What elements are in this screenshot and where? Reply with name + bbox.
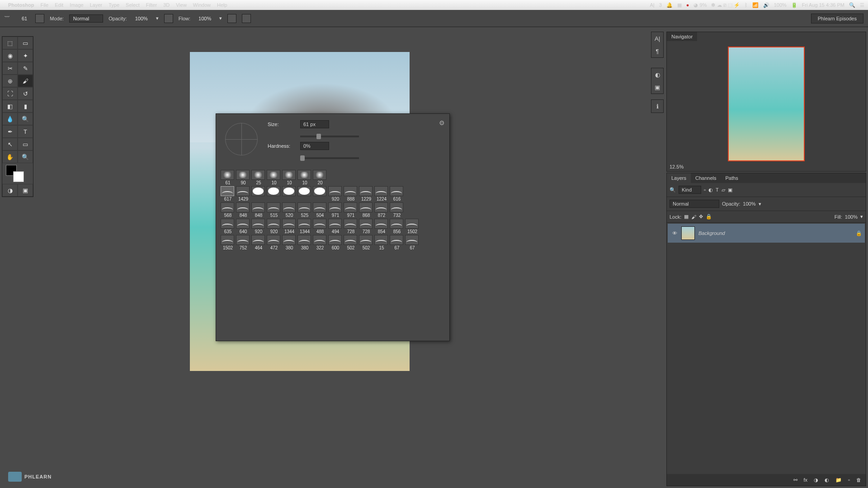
group-icon[interactable]: 📁 bbox=[835, 477, 842, 483]
brush-preset[interactable]: 472 bbox=[267, 235, 281, 250]
pressure-size-icon[interactable] bbox=[242, 14, 251, 23]
brush-preset[interactable]: 971 bbox=[328, 202, 343, 218]
size-input[interactable]: 61 px bbox=[300, 120, 329, 128]
opacity-step-icon[interactable]: ▾ bbox=[759, 201, 761, 207]
layer-opacity-value[interactable]: 100% bbox=[743, 201, 755, 206]
brush-preset[interactable]: 525 bbox=[297, 202, 312, 218]
lock-pos-icon[interactable]: ✥ bbox=[699, 214, 703, 220]
tab-paths[interactable]: Paths bbox=[721, 173, 743, 183]
menu-edit[interactable]: Edit bbox=[55, 2, 63, 8]
fill-step-icon[interactable]: ▾ bbox=[860, 214, 863, 220]
brush-preset[interactable]: 616 bbox=[390, 186, 404, 202]
brush-preset[interactable]: 1429 bbox=[236, 186, 250, 202]
fill-value[interactable]: 100% bbox=[845, 214, 858, 220]
para-panel-icon[interactable]: ¶ bbox=[651, 45, 663, 57]
brush-preset[interactable] bbox=[267, 186, 281, 202]
mask-icon[interactable]: ◑ bbox=[814, 477, 818, 483]
brush-preset[interactable]: 868 bbox=[359, 202, 373, 218]
brush-preset[interactable]: 67 bbox=[390, 235, 404, 250]
brush-preset[interactable]: 920 bbox=[328, 186, 343, 202]
brush-preset[interactable] bbox=[297, 186, 312, 202]
history-tool[interactable]: ↺ bbox=[18, 87, 33, 100]
workspace-select[interactable]: Phlearn Episodes bbox=[811, 14, 863, 23]
move-tool[interactable]: ⬚ bbox=[2, 37, 18, 49]
filter-shape-icon[interactable]: ▱ bbox=[722, 187, 725, 193]
brush-preset[interactable]: 20 bbox=[313, 170, 327, 185]
path-tool[interactable]: ↖ bbox=[2, 138, 18, 150]
brush-preset[interactable]: 464 bbox=[251, 235, 266, 250]
tab-channels[interactable]: Channels bbox=[691, 173, 721, 183]
brush-preset[interactable]: 854 bbox=[374, 219, 389, 234]
brush-preset[interactable] bbox=[313, 186, 327, 202]
new-layer-icon[interactable]: ▫ bbox=[848, 477, 850, 483]
gradient-tool[interactable]: ▮ bbox=[18, 100, 33, 113]
brush-preset[interactable]: 1502 bbox=[221, 235, 235, 250]
brush-preset[interactable]: 10 bbox=[297, 170, 312, 185]
menu-select[interactable]: Select bbox=[126, 2, 140, 8]
brush-preset[interactable]: 488 bbox=[313, 219, 327, 234]
opacity-value[interactable]: 100% bbox=[132, 15, 151, 22]
menu-help[interactable]: Help bbox=[217, 2, 227, 8]
link-icon[interactable]: ⚯ bbox=[793, 477, 797, 483]
visibility-icon[interactable]: 👁 bbox=[670, 230, 679, 236]
brush-preset[interactable]: 1224 bbox=[374, 186, 389, 202]
clock[interactable]: Fri Aug 15 4:36 PM bbox=[802, 2, 844, 8]
zoom-tool[interactable]: 🔍 bbox=[18, 150, 33, 163]
brush-preset[interactable]: 1344 bbox=[282, 219, 297, 234]
status-icons[interactable]: ✽ ☁ ⎚ ⬚ ⚡ bbox=[711, 2, 740, 8]
brush-preset[interactable]: 728 bbox=[344, 219, 358, 234]
layer-name[interactable]: Background bbox=[698, 230, 725, 236]
filter-smart-icon[interactable]: ▣ bbox=[728, 187, 732, 193]
brush-preset[interactable]: 10 bbox=[282, 170, 297, 185]
screenmode-tool[interactable]: ▣ bbox=[18, 184, 33, 197]
shape-tool[interactable]: ▭ bbox=[18, 138, 33, 150]
brush-preset[interactable]: 61 bbox=[221, 170, 235, 185]
brush-preset[interactable]: 1344 bbox=[297, 219, 312, 234]
app-name[interactable]: Photoshop bbox=[8, 2, 34, 8]
brush-preset[interactable]: 380 bbox=[282, 235, 297, 250]
menu-image[interactable]: Image bbox=[70, 2, 84, 8]
layer-thumbnail[interactable] bbox=[681, 226, 695, 240]
hardness-slider[interactable] bbox=[300, 157, 359, 159]
menu-window[interactable]: Window bbox=[193, 2, 211, 8]
flow-drop-icon[interactable]: ▾ bbox=[219, 15, 222, 21]
filter-pixel-icon[interactable]: ▫ bbox=[704, 187, 706, 192]
opacity-drop-icon[interactable]: ▾ bbox=[156, 15, 159, 21]
history-panel-icon[interactable]: ◐ bbox=[651, 68, 663, 81]
brush-angle-control[interactable] bbox=[225, 123, 258, 155]
lock-paint-icon[interactable]: 🖌 bbox=[691, 214, 696, 220]
airbrush-icon[interactable] bbox=[227, 14, 236, 23]
brush-preset[interactable]: 640 bbox=[236, 219, 250, 234]
brush-tool[interactable]: 🖌 bbox=[18, 75, 33, 87]
brush-preset[interactable]: 1229 bbox=[359, 186, 373, 202]
crop-tool[interactable]: ✂ bbox=[2, 62, 18, 75]
brush-preset[interactable]: 920 bbox=[267, 219, 281, 234]
navigator-thumbnail[interactable] bbox=[728, 47, 805, 161]
vol-icon[interactable]: 🔊 bbox=[763, 2, 769, 8]
menu-filter[interactable]: Filter bbox=[146, 2, 157, 8]
filter-icon[interactable]: 🔍 bbox=[670, 187, 676, 193]
brush-preset[interactable]: 635 bbox=[221, 219, 235, 234]
brush-preset[interactable]: 504 bbox=[313, 202, 327, 218]
flow-value[interactable]: 100% bbox=[196, 15, 214, 22]
brush-preset[interactable]: 502 bbox=[359, 235, 373, 250]
brush-size-preset[interactable]: 61 bbox=[19, 15, 30, 22]
char-panel-icon[interactable]: A| bbox=[651, 32, 663, 45]
brush-preset[interactable]: 10 bbox=[267, 170, 281, 185]
lasso-tool[interactable]: ◉ bbox=[2, 49, 18, 62]
brush-preset[interactable]: 494 bbox=[328, 219, 343, 234]
brush-preset[interactable] bbox=[251, 186, 266, 202]
quickmask-tool[interactable]: ◑ bbox=[2, 184, 18, 197]
brush-preset[interactable]: 617 bbox=[221, 186, 235, 202]
brush-preset[interactable]: 888 bbox=[344, 186, 358, 202]
info-panel-icon[interactable]: ℹ bbox=[651, 100, 663, 113]
color-swatch[interactable] bbox=[2, 163, 33, 184]
gear-icon[interactable]: ⚙ bbox=[439, 119, 445, 127]
size-slider[interactable] bbox=[300, 136, 359, 137]
menu-layer[interactable]: Layer bbox=[90, 2, 103, 8]
navigator-zoom[interactable]: 12.5% bbox=[670, 164, 684, 169]
brush-preset[interactable]: 600 bbox=[328, 235, 343, 250]
brush-preset[interactable]: 872 bbox=[374, 202, 389, 218]
rec-icon[interactable]: ● bbox=[686, 2, 689, 8]
filter-type-icon[interactable]: T bbox=[716, 187, 719, 192]
